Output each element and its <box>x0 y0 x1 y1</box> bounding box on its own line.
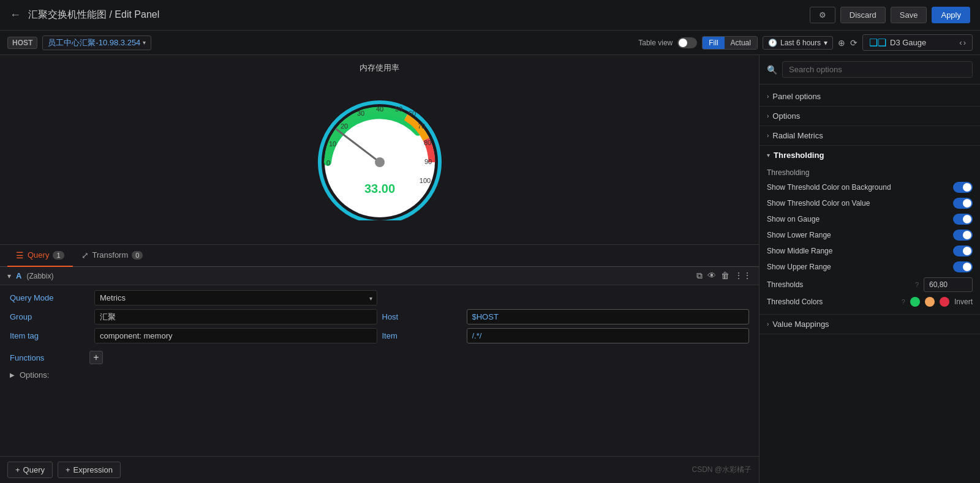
row-show-gauge: Show on Gauge <box>767 211 973 227</box>
transform-tab-label: Transform <box>92 250 129 260</box>
section-value-mappings: › Value Mappings <box>760 315 980 334</box>
query-source: (Zabbix) <box>26 272 53 280</box>
table-view-toggle[interactable] <box>677 37 697 48</box>
save-button[interactable]: Save <box>891 7 927 23</box>
tabs-bar: ☰ Query 1 ⤢ Transform 0 <box>0 245 759 267</box>
value-mappings-header[interactable]: › Value Mappings <box>760 315 980 334</box>
upper-range-toggle[interactable] <box>953 261 973 272</box>
threshold-val-toggle[interactable] <box>953 198 973 209</box>
section-thresholding: ▾ Thresholding Thresholding Show Thresho… <box>760 146 980 315</box>
color-green[interactable] <box>910 297 920 307</box>
panel-options-chevron: › <box>767 93 769 100</box>
lower-range-toggle[interactable] <box>953 230 973 241</box>
eye-icon[interactable]: 👁 <box>707 271 716 281</box>
query-mode-select[interactable]: Metrics <box>94 290 377 305</box>
item-input[interactable] <box>467 328 750 343</box>
section-options: › Options <box>760 107 980 126</box>
fill-actual-control: Fill Actual <box>702 36 758 50</box>
zoom-icon[interactable]: ⊕ <box>838 38 845 48</box>
middle-range-label: Show Middle Range <box>767 247 948 255</box>
refresh-icon[interactable]: ⟳ <box>850 38 858 48</box>
panel-options-header[interactable]: › Panel options <box>760 87 980 106</box>
query-collapse-icon[interactable]: ▾ <box>7 272 11 280</box>
query-header: ▾ A (Zabbix) ⧉ 👁 🗑 ⋮⋮ <box>0 267 759 285</box>
thresholding-chevron: ▾ <box>767 152 770 159</box>
plugin-logo: ❑❑ <box>869 37 886 48</box>
delete-icon[interactable]: 🗑 <box>721 271 729 281</box>
host-label: HOST <box>7 37 37 49</box>
threshold-bg-toggle[interactable] <box>953 182 973 193</box>
svg-text:40: 40 <box>375 105 383 113</box>
host-label: Host <box>382 312 462 321</box>
threshold-colors-help[interactable]: ? <box>902 298 905 305</box>
host-selector[interactable]: 员工中心汇聚-10.98.3.254 ▾ <box>42 36 151 50</box>
invert-button[interactable]: Invert <box>954 298 973 306</box>
radial-metrics-label: Radial Metrics <box>772 131 823 140</box>
search-input[interactable] <box>782 61 973 78</box>
row-threshold-bg: Show Threshold Color on Background <box>767 179 973 195</box>
thresholding-content: Thresholding Show Threshold Color on Bac… <box>760 165 980 314</box>
panel-options-label: Panel options <box>772 92 821 101</box>
upper-range-label: Show Upper Range <box>767 263 948 271</box>
functions-row: Functions + <box>0 348 759 367</box>
plugin-chevrons: ‹ › <box>959 38 966 47</box>
functions-label: Functions <box>10 353 85 362</box>
add-expression-icon: + <box>66 465 70 474</box>
query-fields: Query Mode Metrics ▾ Group Host Item tag… <box>0 285 759 348</box>
settings-button[interactable]: ⚙ <box>810 7 835 23</box>
item-tag-input[interactable] <box>94 328 377 343</box>
threshold-val-label: Show Threshold Color on Value <box>767 199 948 208</box>
options-section-header[interactable]: › Options <box>760 107 980 125</box>
add-expression-button[interactable]: + Expression <box>58 462 121 478</box>
options-row[interactable]: ▶ Options: <box>0 367 759 383</box>
middle-range-toggle[interactable] <box>953 245 973 256</box>
item-label: Item <box>382 331 462 340</box>
apply-button[interactable]: Apply <box>932 7 970 23</box>
radial-metrics-header[interactable]: › Radial Metrics <box>760 126 980 145</box>
fill-button[interactable]: Fill <box>703 37 724 49</box>
radial-metrics-chevron: › <box>767 132 769 139</box>
add-function-button[interactable]: + <box>89 351 103 364</box>
thresholds-help[interactable]: ? <box>915 281 919 288</box>
gauge-value-text: 33.00 <box>364 182 394 195</box>
drag-icon[interactable]: ⋮⋮ <box>734 271 752 281</box>
options-section-label: Options <box>772 111 800 121</box>
row-upper-range: Show Upper Range <box>767 259 973 275</box>
row-threshold-val: Show Threshold Color on Value <box>767 195 973 211</box>
transform-tab-badge: 0 <box>132 251 143 260</box>
thresholds-input[interactable] <box>924 277 973 292</box>
back-button[interactable]: ← <box>10 9 21 21</box>
svg-text:80: 80 <box>423 139 431 146</box>
copy-icon[interactable]: ⧉ <box>696 271 703 281</box>
lower-range-label: Show Lower Range <box>767 231 948 239</box>
options-chevron: › <box>767 113 769 119</box>
options-arrow: ▶ <box>10 372 15 378</box>
color-red[interactable] <box>940 297 949 307</box>
group-input[interactable] <box>94 309 377 324</box>
actual-button[interactable]: Actual <box>725 37 757 49</box>
value-mappings-chevron: › <box>767 321 769 328</box>
discard-button[interactable]: Discard <box>840 7 886 23</box>
tab-transform[interactable]: ⤢ Transform 0 <box>73 245 152 267</box>
show-gauge-toggle[interactable] <box>953 214 973 225</box>
host-input[interactable] <box>467 309 750 324</box>
add-query-button[interactable]: + Query <box>7 462 53 478</box>
tab-query[interactable]: ☰ Query 1 <box>7 245 73 267</box>
thresholding-header[interactable]: ▾ Thresholding <box>760 146 980 165</box>
time-range-picker[interactable]: 🕐 Last 6 hours ▾ <box>763 36 833 50</box>
svg-text:10: 10 <box>328 140 336 148</box>
search-box: 🔍 <box>760 55 980 84</box>
color-orange[interactable] <box>925 297 935 307</box>
add-bar: + Query + Expression CSDN @水彩橘子 <box>0 456 759 483</box>
query-tab-icon: ☰ <box>16 250 24 260</box>
plugin-selector[interactable]: ❑❑ D3 Gauge ‹ › <box>862 34 973 51</box>
preview-area: 内存使用率 <box>0 55 759 245</box>
options-list: › Panel options › Options › Radial Metri… <box>760 84 980 483</box>
topbar: ← 汇聚交换机性能图 / Edit Panel ⚙ Discard Save A… <box>0 0 980 31</box>
item-tag-label: Item tag <box>10 331 89 340</box>
svg-text:60: 60 <box>408 110 415 117</box>
row-middle-range: Show Middle Range <box>767 243 973 259</box>
gauge-svg: 0 10 20 30 40 50 60 70 80 90 100 33.00 <box>312 92 447 220</box>
query-tab-badge: 1 <box>53 251 64 260</box>
threshold-bg-label: Show Threshold Color on Background <box>767 183 948 192</box>
